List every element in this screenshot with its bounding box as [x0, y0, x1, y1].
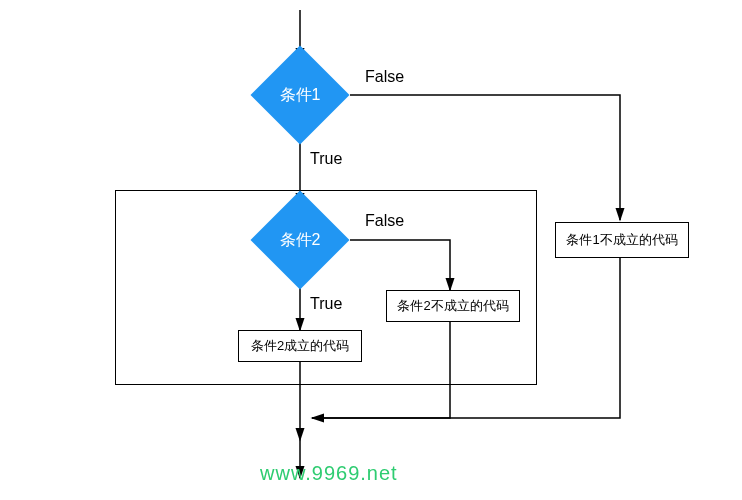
process-cond2-false: 条件2不成立的代码: [386, 290, 520, 322]
process-cond2-false-label: 条件2不成立的代码: [397, 297, 508, 315]
process-cond2-true-label: 条件2成立的代码: [251, 337, 349, 355]
process-cond1-false-label: 条件1不成立的代码: [566, 231, 677, 249]
edge-label-cond1-true: True: [310, 150, 342, 168]
edge-label-cond2-false: False: [365, 212, 404, 230]
edge-label-cond1-false: False: [365, 68, 404, 86]
decision-condition1-label: 条件1: [280, 85, 321, 106]
process-cond2-true: 条件2成立的代码: [238, 330, 362, 362]
decision-condition2-label: 条件2: [280, 230, 321, 251]
flowchart-canvas: 条件1 False True 条件2 False True 条件2成立的代码 条…: [0, 0, 742, 500]
watermark-text: www.9969.net: [260, 462, 398, 485]
edge-label-cond2-true: True: [310, 295, 342, 313]
process-cond1-false: 条件1不成立的代码: [555, 222, 689, 258]
